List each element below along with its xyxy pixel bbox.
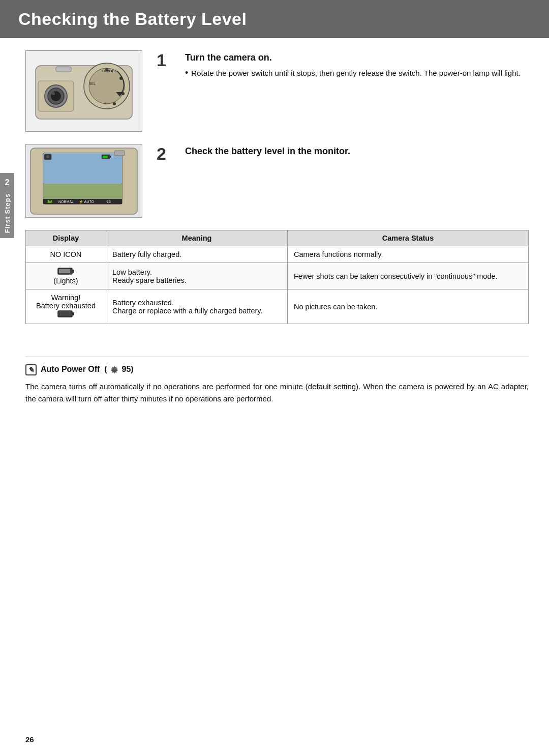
meaning-charge: Charge or replace with a fully charged b… — [112, 307, 263, 315]
note-body: The camera turns off automatically if no… — [25, 381, 529, 405]
table-header-status: Camera Status — [288, 230, 529, 246]
page-title-bar: Checking the Battery Level — [0, 0, 549, 38]
side-tab-label: First Steps — [4, 193, 11, 233]
table-row-3-status: No pictures can be taken. — [288, 289, 529, 324]
meaning-low: Low battery. — [112, 268, 152, 276]
note-title-text: Auto Power Off ( 95) — [41, 365, 134, 375]
svg-text:ON/OFF: ON/OFF — [102, 69, 117, 73]
table-row-3: Warning! Battery exhausted Battery exhau… — [26, 289, 529, 324]
battery-table: Display Meaning Camera Status NO ICON Ba… — [25, 230, 529, 324]
svg-rect-35 — [72, 312, 74, 315]
meaning-spare: Ready spare batteries. — [112, 276, 187, 284]
step-1-body: Rotate the power switch until it stops, … — [191, 67, 521, 79]
svg-point-9 — [52, 92, 55, 95]
svg-rect-32 — [72, 270, 74, 273]
step-1-title: Turn the camera on. — [185, 52, 529, 63]
page-title: Checking the Battery Level — [18, 9, 531, 29]
svg-text:SEL: SEL — [89, 82, 96, 85]
table-row-1: NO ICON Battery fully charged. Camera fu… — [26, 246, 529, 263]
note-divider — [25, 357, 529, 357]
svg-text:15: 15 — [107, 200, 111, 203]
meaning-exhausted: Battery exhausted. — [112, 299, 174, 307]
svg-text:NORMAL: NORMAL — [58, 200, 74, 203]
bullet-dot: • — [185, 67, 188, 79]
table-row-1-meaning: Battery fully charged. — [106, 246, 288, 263]
step-2-row: 3M NORMAL ⚡ AUTO 15 2 Check the battery … — [25, 144, 529, 218]
note-title-block: ✎ Auto Power Off ( 95) — [25, 364, 529, 375]
main-content: ON/OFF SEL 1 — [0, 38, 549, 336]
table-row-1-display: NO ICON — [26, 246, 106, 263]
table-row-3-meaning: Battery exhausted. Charge or replace wit… — [106, 289, 288, 324]
display-warning: Warning! — [51, 294, 80, 302]
note-pencil-icon: ✎ — [25, 364, 37, 375]
step-1-row: ON/OFF SEL 1 — [25, 50, 529, 132]
step-2-number: 2 — [157, 145, 171, 162]
svg-text:⚡ AUTO: ⚡ AUTO — [79, 199, 94, 204]
svg-rect-30 — [103, 156, 108, 158]
table-row-1-status: Camera functions normally. — [288, 246, 529, 263]
table-row-2-meaning: Low battery. Ready spare batteries. — [106, 263, 288, 289]
side-tab: 2 First Steps — [0, 173, 14, 238]
step-1-text: Turn the camera on. • Rotate the power s… — [185, 50, 529, 79]
svg-rect-33 — [59, 269, 70, 273]
table-row-2: (Lights) Low battery. Ready spare batter… — [26, 263, 529, 289]
svg-point-13 — [121, 92, 125, 95]
svg-rect-25 — [114, 151, 125, 156]
table-row-2-display-lights: (Lights) — [53, 277, 78, 285]
svg-point-14 — [113, 102, 116, 105]
step-2-text: Check the battery level in the monitor. — [185, 144, 529, 161]
step-1-number: 1 — [157, 51, 171, 69]
side-tab-number: 2 — [5, 178, 10, 187]
table-header-display: Display — [26, 230, 106, 246]
svg-rect-29 — [110, 156, 111, 158]
note-ref: ( 95) — [102, 365, 134, 373]
svg-rect-15 — [56, 67, 71, 72]
svg-rect-18 — [43, 153, 122, 184]
svg-point-11 — [105, 68, 108, 71]
table-header-meaning: Meaning — [106, 230, 288, 246]
note-section: ✎ Auto Power Off ( 95) The camera turns … — [0, 357, 549, 415]
table-row-2-status: Fewer shots can be taken consecutively i… — [288, 263, 529, 289]
gear-icon — [109, 365, 119, 375]
table-row-2-display: (Lights) — [26, 263, 106, 289]
step-2-title: Check the battery level in the monitor. — [185, 146, 529, 157]
display-exhausted: Battery exhausted — [36, 302, 96, 310]
step-1-image: ON/OFF SEL — [25, 50, 142, 132]
svg-text:3M: 3M — [47, 200, 52, 203]
svg-point-12 — [119, 77, 123, 80]
step-1-bullet: • Rotate the power switch until it stops… — [185, 67, 529, 79]
step-2-image: 3M NORMAL ⚡ AUTO 15 — [25, 144, 142, 218]
table-row-3-display: Warning! Battery exhausted — [26, 289, 106, 324]
svg-rect-34 — [58, 311, 72, 317]
page-number: 26 — [25, 735, 34, 744]
svg-point-27 — [46, 155, 49, 158]
